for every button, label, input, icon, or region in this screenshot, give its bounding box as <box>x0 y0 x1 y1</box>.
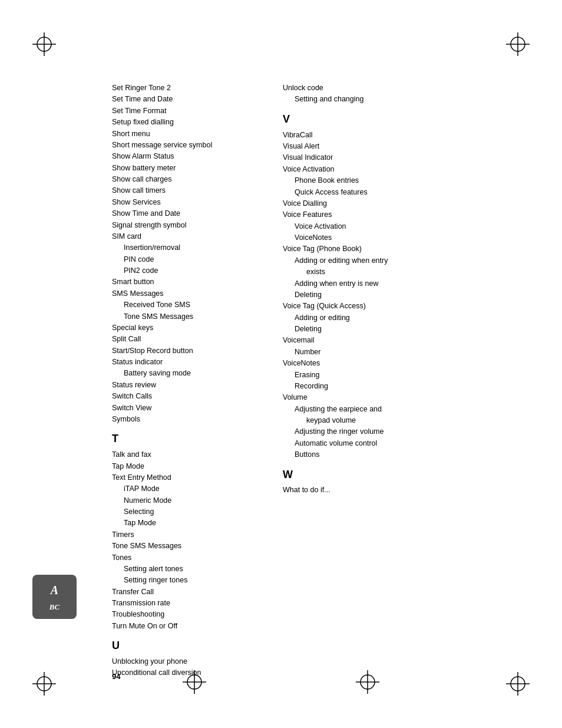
list-item: Split Call <box>112 334 265 345</box>
list-item: Text Entry Method <box>112 472 265 483</box>
section-header-t: T <box>112 431 265 447</box>
list-item: Erasing <box>283 370 533 381</box>
content-area: Set Ringer Tone 2 Set Time and Date Set … <box>112 83 533 669</box>
list-item: Talk and fax <box>112 449 265 460</box>
list-item: Status review <box>112 380 265 391</box>
list-item: Tap Mode <box>112 518 265 529</box>
list-item: Symbols <box>112 414 265 425</box>
list-item: Adding or editing when entry <box>283 255 533 266</box>
list-item: VoiceNotes <box>283 358 533 369</box>
list-item: Show Alarm Status <box>112 151 265 162</box>
list-item: SIM card <box>112 231 265 242</box>
list-item: Signal strength symbol <box>112 220 265 231</box>
list-item: Show call charges <box>112 174 265 185</box>
list-item: Setting ringer tones <box>112 575 265 586</box>
list-item: Show Time and Date <box>112 208 265 219</box>
list-item: exists <box>283 266 533 278</box>
list-item: Tone SMS Messages <box>112 541 265 552</box>
list-item: Number <box>283 347 533 358</box>
list-item: VoiceNotes <box>283 232 533 243</box>
list-item: Short menu <box>112 129 265 140</box>
list-item: Transmission rate <box>112 598 265 609</box>
list-item: Short message service symbol <box>112 140 265 151</box>
list-item: Voice Tag (Phone Book) <box>283 243 533 255</box>
list-item: Switch View <box>112 403 265 414</box>
list-item: Voice Tag (Quick Access) <box>283 301 533 312</box>
list-item: Phone Book entries <box>283 175 533 186</box>
bottom-mark-right <box>356 670 379 696</box>
list-item: Quick Access features <box>283 187 533 198</box>
list-item: Voice Dialling <box>283 198 533 209</box>
abc-icon: A BC <box>32 575 77 619</box>
list-item: Volume <box>283 392 533 403</box>
list-item: Voicemail <box>283 335 533 346</box>
corner-mark-tl <box>32 32 56 56</box>
list-item: Show Services <box>112 197 265 208</box>
list-item: Selecting <box>112 506 265 518</box>
list-item: VibraCall <box>283 130 533 141</box>
list-item: Voice Activation <box>283 164 533 175</box>
list-item: Visual Alert <box>283 141 533 152</box>
list-item: Unblocking your phone <box>112 656 265 667</box>
list-item: Insertion/removal <box>112 242 265 253</box>
list-item: Adjusting the earpiece and <box>283 404 533 415</box>
corner-mark-tr <box>506 32 530 56</box>
list-item: Unlock code <box>283 83 533 94</box>
list-item: Turn Mute On or Off <box>112 621 265 632</box>
list-item: Setting alert tones <box>112 564 265 575</box>
list-item: Tones <box>112 552 265 564</box>
right-column: Unlock code Setting and changing V Vibra… <box>283 83 533 669</box>
list-item: Deleting <box>283 324 533 335</box>
list-item: Recording <box>283 381 533 392</box>
list-item: keypad volume <box>283 415 533 426</box>
section-header-w: W <box>283 467 533 483</box>
list-item: Special keys <box>112 322 265 334</box>
list-item: What to do if... <box>283 485 533 496</box>
corner-mark-bl <box>32 672 56 696</box>
list-item: Transfer Call <box>112 587 265 598</box>
list-item: Voice Features <box>283 209 533 220</box>
list-item: Setting and changing <box>283 94 533 105</box>
list-item: Set Time and Date <box>112 94 265 105</box>
list-item: Set Ringer Tone 2 <box>112 83 265 94</box>
list-item: Visual Indicator <box>283 152 533 163</box>
list-item: SMS Messages <box>112 288 265 299</box>
section-header-v: V <box>283 111 533 128</box>
list-item: Show call timers <box>112 185 265 196</box>
list-item: Smart button <box>112 276 265 288</box>
list-item: Tap Mode <box>112 461 265 472</box>
list-item: Troubleshooting <box>112 609 265 620</box>
list-item: Switch Calls <box>112 391 265 402</box>
section-header-u: U <box>112 638 265 654</box>
list-item: Tone SMS Messages <box>112 311 265 322</box>
list-item: Numeric Mode <box>112 495 265 506</box>
list-item: Show battery meter <box>112 163 265 174</box>
list-item: Buttons <box>283 449 533 460</box>
list-item: PIN2 code <box>112 265 265 276</box>
left-column: Set Ringer Tone 2 Set Time and Date Set … <box>112 83 265 669</box>
list-item: PIN code <box>112 254 265 265</box>
abc-icon-text: A BC <box>49 582 59 612</box>
list-item: Deleting <box>283 289 533 301</box>
list-item: Adjusting the ringer volume <box>283 426 533 437</box>
list-item: Timers <box>112 529 265 541</box>
list-item: Adding when entry is new <box>283 278 533 289</box>
list-item: Status indicator <box>112 357 265 368</box>
list-item: Adding or editing <box>283 312 533 324</box>
list-item: Battery saving mode <box>112 368 265 379</box>
list-item: Start/Stop Record button <box>112 345 265 357</box>
list-item: Setup fixed dialling <box>112 117 265 128</box>
list-item: Unconditional call diversion <box>112 667 265 678</box>
list-item: Voice Activation <box>283 221 533 232</box>
corner-mark-br <box>506 672 530 696</box>
list-item: iTAP Mode <box>112 483 265 495</box>
list-item: Received Tone SMS <box>112 299 265 311</box>
list-item: Set Time Format <box>112 106 265 117</box>
list-item: Automatic volume control <box>283 438 533 449</box>
